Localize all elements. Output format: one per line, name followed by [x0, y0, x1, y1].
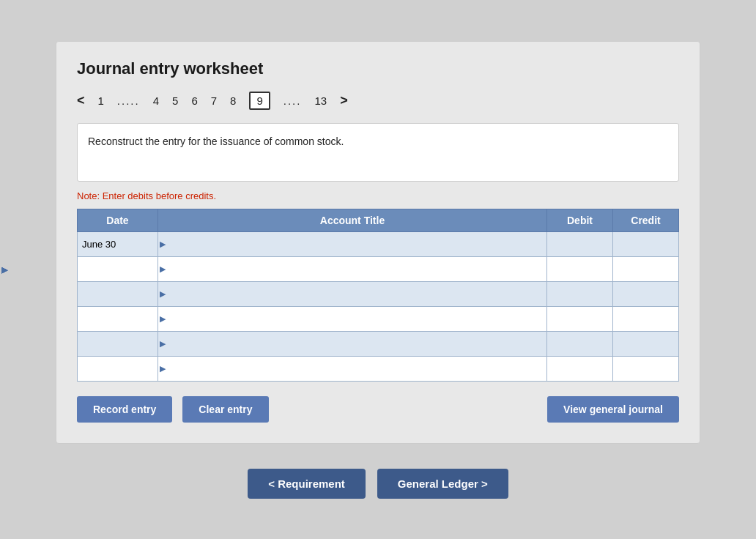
page-title: Journal entry worksheet	[77, 59, 679, 78]
col-header-account: Account Title	[158, 209, 547, 231]
general-ledger-button[interactable]: General Ledger >	[377, 469, 508, 499]
table-row: ▶ ▶ ▶	[78, 306, 679, 331]
account-cell-5[interactable]: ▶	[158, 331, 547, 356]
account-input-6[interactable]	[173, 363, 542, 374]
page-9[interactable]: 9	[249, 92, 270, 110]
date-cell-4	[78, 306, 158, 331]
account-cell-1[interactable]: ▶	[158, 231, 547, 256]
credit-input-4[interactable]	[618, 313, 674, 324]
credit-cell-6[interactable]: ▶	[613, 356, 679, 381]
page-7[interactable]: 7	[211, 94, 217, 107]
account-cell-6[interactable]: ▶	[158, 356, 547, 381]
debit-cell-5[interactable]: ▶	[547, 331, 613, 356]
requirement-button[interactable]: < Requirement	[248, 469, 366, 499]
account-input-2[interactable]	[173, 264, 542, 275]
credit-cell-5[interactable]: ▶	[613, 331, 679, 356]
page-8[interactable]: 8	[230, 94, 236, 107]
debit-input-6[interactable]	[552, 363, 608, 374]
instruction-text: Reconstruct the entry for the issuance o…	[88, 135, 344, 147]
debit-cell-1[interactable]: ▶	[547, 231, 613, 256]
credit-cell-1[interactable]: ▶	[613, 231, 679, 256]
account-input-1[interactable]	[173, 239, 542, 250]
account-cell-4[interactable]: ▶	[158, 306, 547, 331]
row-arrow-2: ▶	[160, 264, 166, 274]
dots-2: ....	[284, 94, 302, 107]
page-5[interactable]: 5	[172, 94, 178, 107]
credit-input-5[interactable]	[618, 338, 674, 349]
account-input-5[interactable]	[173, 338, 542, 349]
table-row: ▶ ▶ ▶	[78, 331, 679, 356]
bottom-navigation: < Requirement General Ledger >	[248, 469, 508, 499]
credit-arrow-6: ▶	[1, 265, 7, 275]
date-cell-6	[78, 356, 158, 381]
account-input-4[interactable]	[173, 313, 542, 324]
page-6[interactable]: 6	[191, 94, 197, 107]
credit-input-1[interactable]	[618, 239, 674, 250]
col-header-date: Date	[78, 209, 158, 231]
date-cell-3	[78, 281, 158, 306]
credit-input-3[interactable]	[618, 289, 674, 300]
record-entry-button[interactable]: Record entry	[77, 396, 172, 423]
debit-cell-4[interactable]: ▶	[547, 306, 613, 331]
table-row: ▶ ▶ ▶	[78, 281, 679, 306]
note-text: Note: Enter debits before credits.	[77, 190, 679, 201]
credit-input-2[interactable]	[618, 264, 674, 275]
next-arrow[interactable]: >	[340, 93, 348, 108]
debit-input-5[interactable]	[552, 338, 608, 349]
row-arrow-1: ▶	[160, 239, 166, 249]
debit-input-4[interactable]	[552, 313, 608, 324]
table-row: ▶ ▶ ▶	[78, 256, 679, 281]
debit-cell-3[interactable]: ▶	[547, 281, 613, 306]
worksheet-container: Journal entry worksheet < 1 ..... 4 5 6 …	[56, 41, 700, 444]
row-arrow-3: ▶	[160, 289, 166, 299]
account-input-3[interactable]	[173, 289, 542, 300]
view-general-journal-button[interactable]: View general journal	[547, 396, 679, 423]
date-cell-2	[78, 256, 158, 281]
pagination: < 1 ..... 4 5 6 7 8 9 .... 13 >	[77, 92, 679, 110]
credit-cell-4[interactable]: ▶	[613, 306, 679, 331]
dots-1: .....	[117, 94, 140, 107]
credit-cell-2[interactable]: ▶	[613, 256, 679, 281]
page-1[interactable]: 1	[98, 94, 104, 107]
row-arrow-5: ▶	[160, 339, 166, 349]
account-cell-2[interactable]: ▶	[158, 256, 547, 281]
prev-arrow[interactable]: <	[77, 93, 85, 108]
row-arrow-6: ▶	[160, 364, 166, 373]
debit-cell-6[interactable]: ▶	[547, 356, 613, 381]
table-row: ▶ ▶ ▶	[78, 356, 679, 381]
credit-cell-3[interactable]: ▶	[613, 281, 679, 306]
date-cell-1: June 30	[78, 231, 158, 256]
col-header-credit: Credit	[613, 209, 679, 231]
table-row: June 30 ▶ ▶ ▶	[78, 231, 679, 256]
debit-cell-2[interactable]: ▶	[547, 256, 613, 281]
date-cell-5	[78, 331, 158, 356]
instruction-box: Reconstruct the entry for the issuance o…	[77, 123, 679, 182]
debit-input-2[interactable]	[552, 264, 608, 275]
debit-input-1[interactable]	[552, 239, 608, 250]
credit-input-6[interactable]	[618, 363, 674, 374]
account-cell-3[interactable]: ▶	[158, 281, 547, 306]
col-header-debit: Debit	[547, 209, 613, 231]
page-13[interactable]: 13	[314, 94, 327, 107]
action-buttons: Record entry Clear entry View general jo…	[77, 396, 679, 423]
row-arrow-4: ▶	[160, 314, 166, 324]
debit-input-3[interactable]	[552, 289, 608, 300]
clear-entry-button[interactable]: Clear entry	[182, 396, 268, 423]
page-4[interactable]: 4	[153, 94, 159, 107]
journal-table: Date Account Title Debit Credit June 30 …	[77, 209, 679, 382]
